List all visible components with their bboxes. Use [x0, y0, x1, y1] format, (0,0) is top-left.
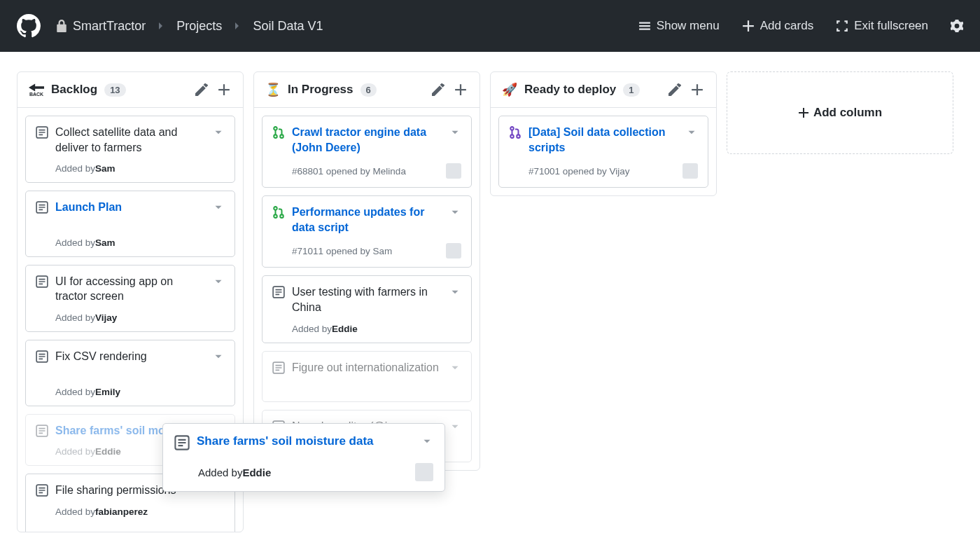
- svg-point-7: [274, 134, 277, 138]
- card-chevron-icon[interactable]: [212, 350, 225, 363]
- card-title: Performance updates for data script: [292, 205, 442, 235]
- note-icon: [36, 425, 48, 437]
- top-bar: SmartTractor Projects Soil Data V1 Show …: [0, 0, 980, 52]
- edit-column-button[interactable]: [667, 82, 682, 97]
- card-meta: Added by Eddie: [174, 463, 433, 481]
- dragging-card[interactable]: Share farms' soil moisture data Added by…: [162, 423, 445, 492]
- note-icon: [272, 361, 285, 374]
- chevron-right-icon: [158, 22, 164, 30]
- pr-merged-icon: [509, 126, 522, 139]
- note-icon: [36, 350, 48, 363]
- column-header: BACK Backlog 13: [18, 72, 243, 108]
- svg-point-10: [274, 215, 277, 219]
- card-chevron-icon[interactable]: [449, 361, 461, 374]
- column-count: 13: [104, 83, 125, 97]
- card-chevron-icon[interactable]: [212, 275, 225, 288]
- card-meta: #68801 opened by Melinda: [272, 163, 461, 179]
- svg-point-6: [274, 127, 277, 130]
- add-card-button[interactable]: [453, 82, 468, 97]
- settings-button[interactable]: [951, 20, 963, 32]
- card-title: Share farms' soil moisture data: [197, 434, 414, 450]
- breadcrumb: SmartTractor Projects Soil Data V1: [56, 19, 323, 34]
- breadcrumb-projects[interactable]: Projects: [176, 19, 222, 34]
- card[interactable]: [Data] Soil data collection scripts #710…: [498, 116, 708, 188]
- hourglass-icon: ⏳: [265, 82, 281, 97]
- edit-column-button[interactable]: [430, 82, 446, 97]
- column-count: 1: [623, 83, 639, 97]
- column-in-progress: ⏳ In Progress 6 Crawl tractor engine dat…: [253, 71, 480, 471]
- note-icon: [36, 484, 48, 497]
- card-meta: #71011 opened by Sam: [272, 243, 461, 258]
- card-meta: Added by Sam: [36, 237, 225, 248]
- avatar: [446, 163, 461, 179]
- card-chevron-icon[interactable]: [449, 286, 461, 298]
- add-card-button[interactable]: [216, 82, 232, 97]
- back-icon: BACK: [29, 83, 44, 97]
- card-title: Figure out internationalization: [292, 360, 442, 375]
- card[interactable]: Crawl tractor engine data (John Deere) #…: [262, 116, 472, 188]
- card-title: Crawl tractor engine data (John Deere): [292, 125, 442, 155]
- card-chevron-icon[interactable]: [421, 435, 433, 448]
- pr-open-icon: [272, 206, 285, 219]
- card[interactable]: Figure out internationalization: [262, 351, 472, 403]
- avatar: [415, 463, 433, 481]
- avatar: [446, 243, 461, 258]
- column-header: 🚀 Ready to deploy 1: [491, 72, 716, 108]
- card-title: UI for accessing app on tractor screen: [55, 274, 205, 304]
- svg-point-15: [510, 127, 514, 130]
- svg-point-16: [510, 134, 514, 138]
- exit-fullscreen-icon: [836, 20, 848, 32]
- card-chevron-icon[interactable]: [449, 206, 461, 219]
- pr-open-icon: [272, 126, 285, 139]
- card-meta: Added by Sam: [36, 163, 225, 174]
- edit-column-button[interactable]: [194, 82, 209, 97]
- add-column-label: Add column: [813, 106, 882, 120]
- lock-icon: [56, 20, 67, 32]
- column-title: Backlog: [51, 83, 97, 97]
- card[interactable]: Collect satellite data and deliver to fa…: [25, 116, 235, 183]
- card-meta: Added by Eddie: [272, 324, 461, 334]
- project-board: BACK Backlog 13 Collect satellite data a…: [0, 52, 980, 552]
- card[interactable]: User testing with farmers in China Added…: [262, 275, 472, 343]
- note-icon: [36, 275, 48, 288]
- card-chevron-icon[interactable]: [449, 126, 461, 139]
- column-ready-to-deploy: 🚀 Ready to deploy 1 [Data] Soil data col…: [490, 71, 717, 196]
- column-body: Crawl tractor engine data (John Deere) #…: [254, 108, 479, 470]
- card[interactable]: Fix CSV rendering Added by Emily: [25, 340, 235, 406]
- column-title: Ready to deploy: [524, 83, 616, 97]
- exit-fullscreen-button[interactable]: Exit fullscreen: [836, 19, 928, 33]
- card-meta: #71001 opened by Vijay: [509, 163, 698, 179]
- svg-point-8: [280, 134, 284, 138]
- breadcrumb-project[interactable]: Soil Data V1: [253, 19, 323, 34]
- card[interactable]: UI for accessing app on tractor screen A…: [25, 265, 235, 332]
- add-card-button[interactable]: [690, 82, 705, 97]
- svg-point-17: [517, 134, 520, 138]
- note-icon: [36, 126, 48, 139]
- card-meta: [272, 383, 461, 393]
- card-chevron-icon[interactable]: [449, 420, 461, 433]
- plus-icon: [798, 107, 809, 118]
- column-header: ⏳ In Progress 6: [254, 72, 479, 108]
- column-body: [Data] Soil data collection scripts #710…: [491, 108, 716, 195]
- note-icon: [174, 435, 190, 450]
- card-title: Launch Plan: [55, 200, 205, 215]
- github-logo-icon[interactable]: [17, 14, 41, 38]
- add-cards-button[interactable]: Add cards: [742, 19, 814, 33]
- card[interactable]: Launch Plan Added by Sam: [25, 191, 235, 257]
- add-column-button[interactable]: Add column: [727, 71, 953, 154]
- card-title: [Data] Soil data collection scripts: [528, 125, 678, 155]
- column-count: 6: [360, 83, 377, 97]
- add-cards-label: Add cards: [760, 19, 814, 33]
- card[interactable]: Performance updates for data script #710…: [262, 195, 472, 268]
- card-title: User testing with farmers in China: [292, 284, 442, 315]
- card-meta: Added by fabianperez: [36, 506, 225, 517]
- breadcrumb-repo[interactable]: SmartTractor: [73, 19, 146, 34]
- plus-icon: [742, 20, 755, 32]
- show-menu-button[interactable]: Show menu: [638, 19, 720, 33]
- card-chevron-icon[interactable]: [685, 126, 698, 139]
- card-chevron-icon[interactable]: [212, 126, 225, 139]
- card-chevron-icon[interactable]: [212, 201, 225, 214]
- top-actions: Show menu Add cards Exit fullscreen: [638, 19, 963, 33]
- svg-point-11: [280, 215, 284, 219]
- svg-point-9: [274, 207, 277, 210]
